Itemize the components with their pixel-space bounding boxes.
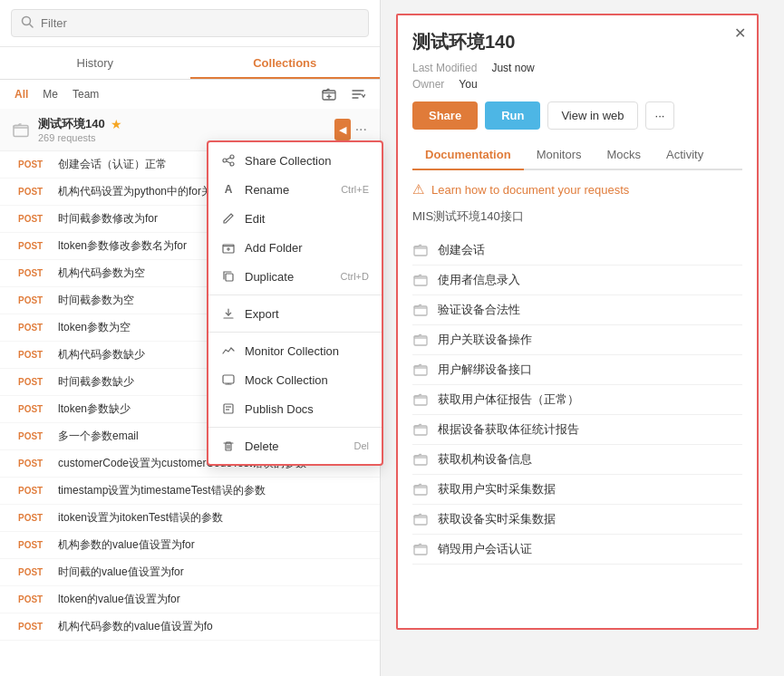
method-badge: POST [18,295,51,305]
menu-item-label: Rename [245,183,332,197]
request-name: timestamp设置为timestameTest错误的参数 [58,483,266,498]
folder-item[interactable]: 获取机构设备信息 [412,445,742,475]
method-badge: POST [18,431,51,441]
search-input-wrap [11,9,369,37]
svg-rect-27 [226,443,231,450]
menu-shortcut: Del [353,440,369,451]
method-badge: POST [18,459,51,468]
request-name: 创建会话（认证）正常 [58,157,167,172]
right-panel: ✕ 测试环境140 Last Modified Just now Owner Y… [396,14,759,630]
panel-more-button[interactable]: ··· [645,101,675,130]
new-folder-button[interactable] [318,85,340,103]
panel-tab-mocks[interactable]: Mocks [594,140,653,169]
sort-button[interactable] [347,85,369,103]
panel-tab-monitors[interactable]: Monitors [524,140,595,169]
request-name: itoken设置为itokenTest错误的参数 [58,510,223,526]
folder-icon [412,481,429,497]
menu-item-monitor[interactable]: Monitor Collection [208,336,382,365]
menu-item-export[interactable]: Export [208,299,382,328]
view-in-web-button[interactable]: View in web [547,101,637,130]
menu-item-add-folder[interactable]: Add Folder [208,233,382,262]
folder-icon [412,391,429,408]
right-panel-header: ✕ 测试环境140 Last Modified Just now Owner Y… [398,15,757,170]
request-item[interactable]: POST itoken设置为itokenTest错误的参数 [0,505,380,532]
share-button[interactable]: Share [412,101,478,130]
folder-name: 使用者信息录入 [438,272,520,288]
svg-rect-20 [223,375,234,383]
method-badge: POST [18,159,51,169]
folder-item[interactable]: 创建会话 [412,236,742,266]
folder-name: 获取设备实时采集数据 [438,511,556,527]
request-name: 时间截参数为空 [58,293,134,308]
rename-icon: A [221,182,236,197]
request-name: 时间截参数修改为for [58,211,158,227]
folder-item[interactable]: 根据设备获取体征统计报告 [412,415,742,445]
folder-item[interactable]: 用户解绑设备接口 [412,355,742,385]
folder-item[interactable]: 使用者信息录入 [412,266,742,295]
filter-me[interactable]: Me [39,86,62,102]
request-name: ltoken参数修改参数名为for [58,238,187,254]
request-item[interactable]: POST timestamp设置为timestameTest错误的参数 [0,478,380,505]
folder-item[interactable]: 获取用户实时采集数据 [412,475,742,505]
method-badge: POST [18,622,51,632]
svg-line-1 [30,24,34,28]
folder-item[interactable]: 获取设备实时采集数据 [412,505,742,535]
menu-item-duplicate[interactable]: Duplicate Ctrl+D [208,262,382,291]
filter-actions [318,85,369,103]
menu-item-delete[interactable]: Delete Del [208,431,382,460]
tab-history[interactable]: History [0,47,190,79]
request-name: 机构代码参数为空 [58,266,145,281]
method-badge: POST [18,350,51,360]
filter-team[interactable]: Team [69,86,102,102]
export-icon [221,306,236,321]
folder-name: 验证设备合法性 [438,302,520,318]
search-input[interactable] [41,16,359,30]
menu-item-share[interactable]: Share Collection [208,146,382,175]
request-item[interactable]: POST 机构参数的value值设置为for [0,532,380,559]
folder-icon [412,272,429,288]
tab-collections[interactable]: Collections [190,47,381,79]
menu-item-rename[interactable]: A Rename Ctrl+E [208,175,382,204]
panel-tab-activity[interactable]: Activity [653,140,716,169]
method-badge: POST [18,323,51,333]
request-item[interactable]: POST 机构代码参数的value值设置为fo [0,613,380,641]
method-badge: POST [18,513,51,523]
folder-item[interactable]: 验证设备合法性 [412,295,742,325]
folder-name: 根据设备获取体征统计报告 [438,421,579,438]
collection-folder-icon [11,120,31,140]
request-name: ltoken参数缺少 [58,401,131,417]
folder-item[interactable]: 获取用户体征报告（正常） [412,385,742,415]
filter-all[interactable]: All [11,86,32,102]
filter-tags: All Me Team [11,86,102,102]
folder-list: 创建会话 使用者信息录入 验证设备合法性 用户关联设 [412,236,742,565]
edit-icon [221,211,236,226]
folder-item[interactable]: 用户关联设备操作 [412,325,742,355]
search-bar [0,0,380,47]
menu-item-publish[interactable]: Publish Docs [208,394,382,423]
method-badge: POST [18,404,51,414]
folder-name: 获取用户体征报告（正常） [438,391,579,408]
request-name: 机构代码设置为python中的for关键 [58,184,223,199]
menu-item-edit[interactable]: Edit [208,204,382,233]
menu-item-label: Mock Collection [245,373,369,387]
method-badge: POST [18,594,51,604]
panel-tab-documentation[interactable]: Documentation [412,140,524,169]
more-options-button[interactable]: ··· [352,120,371,140]
method-badge: POST [18,377,51,387]
learn-link[interactable]: ⚠ Learn how to document your requests [412,181,742,198]
menu-item-mock[interactable]: Mock Collection [208,365,382,394]
folder-icon [412,332,429,348]
last-modified-label: Last Modified [412,62,477,74]
api-description: MIS测试环境140接口 [412,208,742,225]
folder-item[interactable]: 销毁用户会话认证 [412,535,742,565]
menu-item-label: Add Folder [245,241,369,255]
request-name: 机构代码参数的value值设置为fo [58,619,213,634]
meta-modified: Last Modified Just now [412,62,742,74]
close-button[interactable]: ✕ [734,24,746,42]
collapse-button[interactable]: ◀ [334,119,351,140]
run-button[interactable]: Run [485,101,540,130]
request-item[interactable]: POST ltoken的value值设置为for [0,586,380,613]
request-name: 多一个参数email [58,429,139,444]
folder-name: 销毁用户会话认证 [438,541,532,557]
request-item[interactable]: POST 时间截的value值设置为for [0,559,380,586]
